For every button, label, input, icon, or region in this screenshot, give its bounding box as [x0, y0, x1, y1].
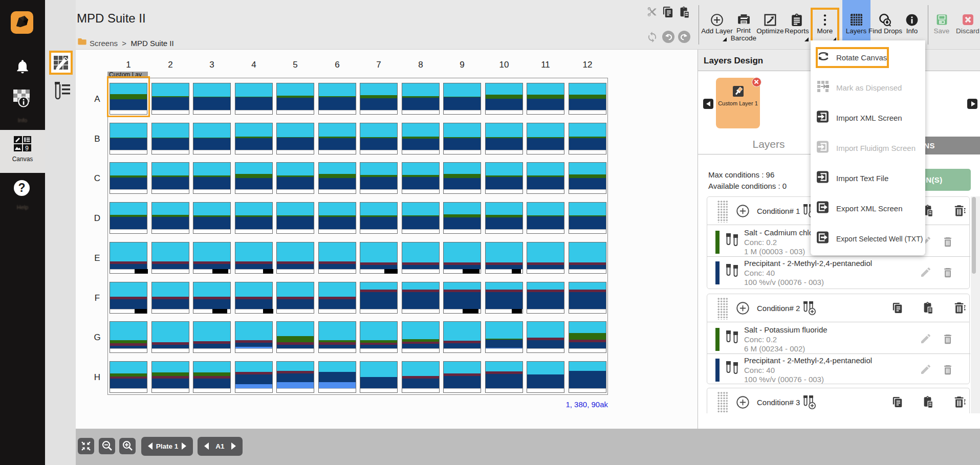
svg-text:9: 9	[25, 145, 29, 152]
